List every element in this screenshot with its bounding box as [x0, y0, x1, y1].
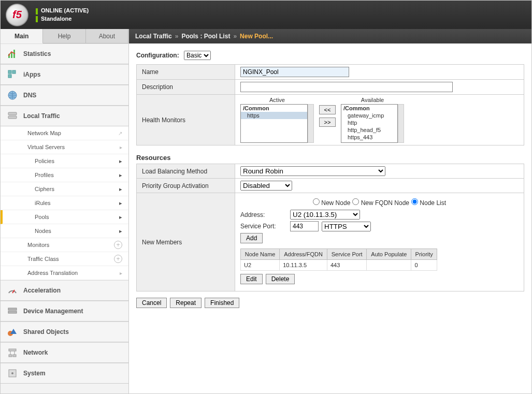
radio-new-node[interactable]: New Node — [313, 198, 350, 207]
sidebar-item-iapps[interactable]: iApps — [1, 64, 128, 85]
configuration-row: Configuration: Basic — [136, 51, 524, 60]
sub-item-virtual-servers[interactable]: Virtual Servers▸ — [1, 140, 128, 154]
sub-item-address-translation[interactable]: Address Translation▸ — [1, 266, 128, 280]
sidebar-item-shared-objects[interactable]: Shared Objects — [1, 322, 128, 342]
pool-name-input[interactable] — [240, 67, 349, 77]
status-indicator-icon — [36, 8, 38, 14]
list-item[interactable]: gateway_icmp — [341, 112, 397, 119]
lbm-select[interactable]: Round Robin — [240, 166, 385, 176]
app-header: f5 ONLINE (ACTIVE) Standalone — [1, 1, 531, 29]
plus-circle-icon[interactable]: + — [114, 241, 122, 249]
svg-rect-5 — [8, 75, 11, 78]
local-traffic-subtree: Network Map↗ Virtual Servers▸ Policies▸ … — [1, 126, 128, 280]
table-row[interactable]: U2 10.11.3.5 443 0 — [241, 260, 437, 271]
system-icon — [7, 368, 18, 379]
sidebar-item-label: System — [23, 370, 46, 377]
breadcrumb: Local Traffic » Pools : Pool List » New … — [129, 29, 531, 43]
resources-table: Load Balancing Method Round Robin Priori… — [136, 164, 524, 291]
breadcrumb-pool-list[interactable]: Pools : Pool List — [181, 33, 230, 40]
move-in-button[interactable]: << — [319, 105, 336, 114]
col-address: Address/FQDN — [280, 249, 327, 260]
chevron-right-icon: ▸ — [120, 144, 122, 150]
active-monitors-listbox[interactable]: /Common https — [240, 104, 308, 143]
finished-button[interactable]: Finished — [205, 298, 239, 308]
active-title: Active — [269, 97, 285, 103]
subsub-item-irules[interactable]: iRules▸ — [1, 196, 128, 210]
list-item[interactable]: http_head_f5 — [341, 126, 397, 134]
add-button[interactable]: Add — [240, 233, 263, 243]
chevron-right-icon: ▸ — [119, 228, 122, 235]
sidebar-item-label: Shared Objects — [23, 328, 69, 335]
move-out-button[interactable]: >> — [319, 118, 336, 127]
service-port-input[interactable] — [290, 221, 319, 231]
chevron-right-icon: ▸ — [119, 172, 122, 179]
general-properties-table: Name Description Health Monitors Active — [136, 64, 524, 145]
tab-help[interactable]: Help — [43, 29, 85, 43]
available-monitors-listbox[interactable]: /Common gateway_icmp http http_head_f5 h… — [341, 104, 398, 143]
svg-rect-10 — [8, 308, 17, 310]
sidebar-item-device-management[interactable]: Device Management — [1, 301, 128, 322]
pga-label: Priority Group Activation — [137, 179, 235, 193]
sidebar-item-statistics[interactable]: Statistics — [1, 43, 128, 64]
shapes-icon — [7, 326, 18, 338]
name-label: Name — [137, 65, 235, 80]
header-status: ONLINE (ACTIVE) Standalone — [36, 6, 89, 23]
radio-new-fqdn[interactable]: New FQDN Node — [352, 198, 409, 207]
globe-icon — [7, 90, 18, 101]
list-item[interactable]: https — [241, 112, 307, 119]
f5-logo: f5 — [6, 4, 28, 26]
sub-item-traffic-class[interactable]: Traffic Class+ — [1, 252, 128, 266]
tab-main[interactable]: Main — [1, 29, 43, 43]
edit-button[interactable]: Edit — [240, 274, 263, 284]
sidebar-item-system[interactable]: System — [1, 363, 128, 384]
list-item[interactable]: https_443 — [341, 134, 397, 141]
subsub-item-profiles[interactable]: Profiles▸ — [1, 168, 128, 182]
chevron-right-icon: ▸ — [119, 186, 122, 193]
sub-item-network-map[interactable]: Network Map↗ — [1, 126, 128, 140]
repeat-button[interactable]: Repeat — [170, 298, 202, 308]
list-item[interactable]: http — [341, 119, 397, 126]
subsub-item-pools[interactable]: Pools▸ — [1, 210, 128, 224]
service-port-proto-select[interactable]: HTTPS — [322, 222, 371, 231]
cancel-button[interactable]: Cancel — [136, 298, 167, 308]
pga-select[interactable]: Disabled — [240, 181, 292, 191]
breadcrumb-local-traffic[interactable]: Local Traffic — [135, 33, 172, 40]
sidebar-item-local-traffic[interactable]: Local Traffic — [1, 106, 128, 126]
service-port-label: Service Port: — [240, 223, 287, 230]
plus-circle-icon[interactable]: + — [114, 255, 122, 263]
chevron-right-icon: ▸ — [119, 158, 122, 165]
radio-node-list[interactable]: Node List — [411, 198, 446, 207]
sidebar-item-label: DNS — [23, 92, 36, 99]
sub-item-monitors[interactable]: Monitors+ — [1, 238, 128, 252]
sidebar-item-label: Device Management — [23, 308, 83, 315]
svg-rect-4 — [12, 70, 16, 74]
svg-rect-11 — [8, 311, 17, 313]
delete-button[interactable]: Delete — [266, 274, 295, 284]
sidebar-item-acceleration[interactable]: Acceleration — [1, 280, 128, 301]
lbm-label: Load Balancing Method — [137, 164, 235, 179]
device-icon — [7, 305, 18, 317]
col-service-port: Service Port — [327, 249, 366, 260]
col-priority: Priority — [411, 249, 437, 260]
gauge-icon — [7, 285, 18, 296]
scrollbar[interactable] — [398, 104, 404, 143]
subsub-item-nodes[interactable]: Nodes▸ — [1, 224, 128, 238]
sidebar-item-network[interactable]: Network — [1, 342, 128, 363]
chevron-right-icon: ▸ — [119, 214, 122, 221]
scrollbar[interactable] — [308, 104, 314, 143]
tab-about[interactable]: About — [86, 29, 128, 43]
svg-point-20 — [11, 372, 13, 374]
subsub-item-policies[interactable]: Policies▸ — [1, 154, 128, 168]
configuration-select[interactable]: Basic — [184, 51, 211, 60]
sidebar-item-label: Local Traffic — [23, 112, 60, 120]
sidebar-item-dns[interactable]: DNS — [1, 85, 128, 106]
members-table: Node Name Address/FQDN Service Port Auto… — [240, 249, 437, 271]
subsub-item-ciphers[interactable]: Ciphers▸ — [1, 182, 128, 196]
svg-rect-18 — [13, 355, 16, 357]
new-members-label: New Members — [137, 193, 235, 291]
description-label: Description — [137, 80, 235, 95]
status-indicator-icon — [36, 16, 38, 22]
address-select[interactable]: U2 (10.11.3.5) — [290, 210, 360, 220]
pool-description-input[interactable] — [240, 82, 453, 92]
popout-icon: ↗ — [118, 130, 122, 136]
